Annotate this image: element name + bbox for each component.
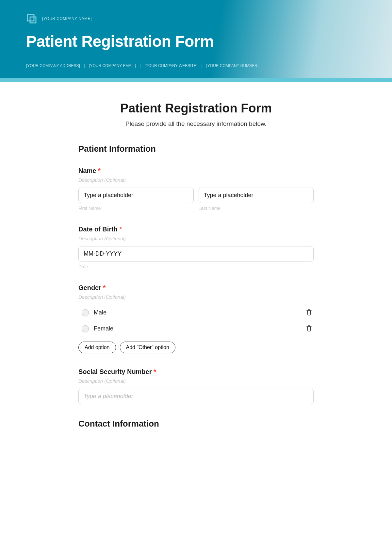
gender-description: Description (Optional) [78,294,314,300]
field-ssn: Social Security Number * Description (Op… [78,368,314,404]
add-other-option-button[interactable]: Add "Other" option [120,342,175,353]
required-marker: * [120,226,122,233]
hero-title: Patient Registration Form [26,32,366,50]
company-name: [YOUR COMPANY NAME] [42,16,92,21]
section-contact-info: Contact Information [78,419,314,429]
first-name-input[interactable] [78,188,194,203]
field-dob: Date of Birth * Description (Optional) D… [78,226,314,269]
last-name-input[interactable] [199,188,314,203]
hero-top-row: [YOUR COMPANY NAME] [26,13,366,24]
dob-sublabel: Date [78,264,314,269]
section-patient-info: Patient Information [78,144,314,154]
dob-label: Date of Birth * [78,226,314,233]
hero-meta: [YOUR COMPANY ADDRESS] | [YOUR COMPANY E… [26,63,366,68]
delete-option-button[interactable] [304,323,314,334]
dob-input[interactable] [78,246,314,261]
radio-row-male: Male [78,305,314,321]
form-title: Patient Registration Form [78,101,314,115]
radio-option-male[interactable]: Male [78,309,106,316]
ssn-label: Social Security Number * [78,368,314,376]
radio-icon [82,325,89,332]
name-label: Name * [78,167,314,175]
svg-rect-1 [30,17,36,23]
first-name-sublabel: First Name [78,206,194,211]
ssn-input[interactable] [78,389,314,404]
radio-row-female: Female [78,321,314,337]
required-marker: * [98,167,101,174]
svg-rect-0 [27,14,34,21]
radio-female-label: Female [94,325,113,332]
trash-icon [306,309,312,316]
required-marker: * [103,284,106,291]
form-content: Patient Registration Form Please provide… [72,82,320,455]
gender-label: Gender * [78,284,314,292]
add-option-button[interactable]: Add option [78,342,116,353]
ssn-description: Description (Optional) [78,378,314,384]
field-gender: Gender * Description (Optional) Male [78,284,314,353]
hero-banner: [YOUR COMPANY NAME] Patient Registration… [0,0,392,78]
company-website: [YOUR COMPANY WEBSITE] [141,63,202,68]
company-logo-icon [26,13,37,24]
name-description: Description (Optional) [78,177,314,183]
radio-icon [82,309,89,316]
dob-description: Description (Optional) [78,236,314,241]
accent-bar [0,78,392,82]
company-email: [YOUR COMPANY EMAIL] [85,63,140,68]
delete-option-button[interactable] [304,307,314,318]
form-subtitle: Please provide all the necessary informa… [78,120,314,127]
trash-icon [306,325,312,332]
company-address: [YOUR COMPANY ADDRESS] [26,63,84,68]
company-number: [YOUR COMPANY NUMBER] [202,63,262,68]
radio-option-female[interactable]: Female [78,325,113,332]
last-name-sublabel: Last Name [199,206,314,211]
required-marker: * [154,368,156,375]
radio-male-label: Male [94,309,106,316]
field-name: Name * Description (Optional) First Name… [78,167,314,211]
